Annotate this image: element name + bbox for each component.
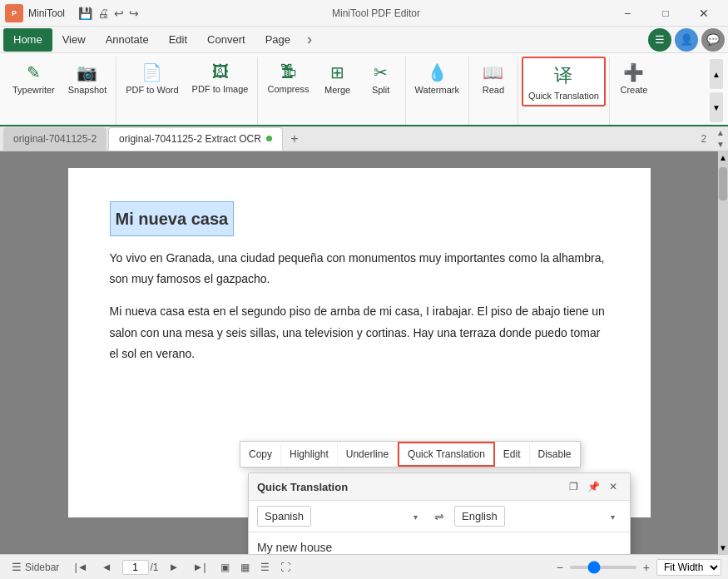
popup-title: Quick Translation bbox=[257, 481, 348, 493]
menu-item-home[interactable]: Home bbox=[3, 28, 52, 52]
read-icon: 📖 bbox=[483, 62, 503, 82]
page-prev-btn[interactable]: ◄ bbox=[98, 559, 116, 575]
typewriter-button[interactable]: ✎ Typewriter bbox=[7, 57, 61, 100]
tab-scroll-down[interactable]: ▼ bbox=[716, 139, 725, 151]
pdf-paragraph-1: Yo vivo en Granada, una ciudad pequeña c… bbox=[110, 248, 609, 290]
pdf-to-image-icon: 🖼 bbox=[212, 62, 229, 82]
quick-translation-icon: 译 bbox=[554, 63, 572, 88]
view-continuous-btn[interactable]: ☰ bbox=[256, 558, 275, 577]
menu-item-convert[interactable]: Convert bbox=[197, 28, 255, 52]
save-icon[interactable]: 💾 bbox=[78, 7, 92, 20]
merge-icon: ⊞ bbox=[330, 62, 344, 82]
zoom-minus-btn[interactable]: − bbox=[557, 561, 563, 574]
view-double-btn[interactable]: ▦ bbox=[236, 558, 255, 577]
ribbon-nav-down[interactable]: ▼ bbox=[710, 92, 723, 122]
watermark-icon: 💧 bbox=[427, 62, 448, 82]
redo-icon[interactable]: ↪ bbox=[129, 7, 139, 20]
app-logo: P bbox=[5, 4, 23, 22]
merge-button[interactable]: ⊞ Merge bbox=[317, 57, 359, 100]
user-icon-btn[interactable]: 👤 bbox=[675, 28, 698, 52]
chat-icon-btn[interactable]: 💬 bbox=[701, 28, 725, 52]
window-title: MiniTool PDF Editor bbox=[144, 7, 608, 19]
read-button[interactable]: 📖 Read bbox=[473, 57, 514, 100]
menu-item-annotate[interactable]: Annotate bbox=[96, 28, 159, 52]
watermark-label: Watermark bbox=[415, 85, 459, 96]
tab-scroll-up[interactable]: ▲ bbox=[716, 127, 725, 139]
add-tab-button[interactable]: + bbox=[285, 129, 305, 149]
app-name: MiniTool bbox=[28, 7, 65, 19]
ctx-edit[interactable]: Edit bbox=[495, 443, 530, 465]
compress-icon: 🗜 bbox=[280, 62, 297, 82]
tab-2[interactable]: original-7041125-2 Extract OCR bbox=[108, 127, 283, 151]
ctx-quick-translation[interactable]: Quick Translation bbox=[398, 442, 495, 467]
view-single-btn[interactable]: ▣ bbox=[216, 558, 235, 577]
split-button[interactable]: ✂ Split bbox=[360, 57, 402, 100]
pdf-to-image-button[interactable]: 🖼 PDF to Image bbox=[186, 57, 255, 99]
menu-more[interactable]: › bbox=[300, 31, 319, 48]
tab-2-dot bbox=[266, 136, 272, 141]
window-minimize[interactable]: − bbox=[608, 0, 646, 27]
sidebar-label: Sidebar bbox=[25, 562, 59, 573]
ctx-highlight[interactable]: Highlight bbox=[281, 443, 338, 465]
page-next-btn[interactable]: ► bbox=[166, 559, 183, 575]
undo-icon[interactable]: ↩ bbox=[114, 7, 124, 20]
window-close[interactable]: ✕ bbox=[685, 0, 723, 27]
account-icon-btn[interactable]: ☰ bbox=[648, 28, 671, 52]
snapshot-icon: 📷 bbox=[77, 62, 97, 82]
menu-item-page[interactable]: Page bbox=[255, 28, 300, 52]
page-back-btn[interactable]: |◄ bbox=[71, 559, 91, 575]
print-icon[interactable]: 🖨 bbox=[97, 7, 109, 20]
tab-2-label: original-7041125-2 Extract OCR bbox=[119, 133, 261, 145]
pdf-to-word-icon: 📄 bbox=[141, 62, 162, 82]
scrollbar-up[interactable]: ▲ bbox=[717, 151, 728, 164]
quick-translation-button[interactable]: 译 Quick Translation bbox=[522, 57, 606, 106]
zoom-plus-btn[interactable]: + bbox=[643, 561, 650, 574]
tab-1[interactable]: original-7041125-2 bbox=[3, 127, 106, 151]
scrollbar-down[interactable]: ▼ bbox=[717, 542, 728, 554]
sidebar-toggle[interactable]: ☰ Sidebar bbox=[7, 559, 64, 575]
scrollbar-thumb[interactable] bbox=[719, 167, 727, 200]
create-button[interactable]: ➕ Create bbox=[613, 57, 655, 100]
popup-restore-button[interactable]: ❐ bbox=[565, 478, 582, 495]
pdf-paragraph-2: Mi nueva casa esta en el segundo piso de… bbox=[110, 301, 609, 364]
read-label: Read bbox=[483, 85, 504, 96]
snapshot-label: Snapshot bbox=[68, 85, 106, 96]
pdf-to-word-label: PDF to Word bbox=[126, 85, 178, 96]
pdf-heading: Mi nueva casa bbox=[110, 201, 235, 236]
page-forward-btn[interactable]: ►| bbox=[189, 559, 209, 575]
ctx-copy[interactable]: Copy bbox=[240, 443, 281, 465]
menu-item-edit[interactable]: Edit bbox=[159, 28, 197, 52]
sidebar-icon: ☰ bbox=[12, 561, 22, 573]
page-total: /1 bbox=[151, 562, 159, 573]
page-current-input[interactable] bbox=[122, 560, 149, 575]
create-icon: ➕ bbox=[623, 62, 644, 82]
lang-swap-icon[interactable]: ⇌ bbox=[431, 510, 448, 523]
ribbon-nav-up[interactable]: ▲ bbox=[710, 59, 723, 89]
typewriter-icon: ✎ bbox=[27, 62, 41, 82]
zoom-slider[interactable] bbox=[570, 566, 636, 569]
page-number-display: 2 bbox=[694, 133, 713, 145]
popup-pin-button[interactable]: 📌 bbox=[585, 478, 602, 495]
popup-close-button[interactable]: ✕ bbox=[605, 478, 622, 495]
ctx-underline[interactable]: Underline bbox=[338, 443, 398, 465]
ctx-disable[interactable]: Disable bbox=[530, 443, 580, 465]
translation-popup: Quick Translation ❐ 📌 ✕ Spanish ⇌ Englis… bbox=[248, 473, 631, 554]
source-language-select[interactable]: Spanish bbox=[257, 506, 311, 527]
compress-button[interactable]: 🗜 Compress bbox=[261, 57, 314, 99]
merge-label: Merge bbox=[324, 85, 350, 96]
menu-item-view[interactable]: View bbox=[52, 28, 96, 52]
context-menu: Copy Highlight Underline Quick Translati… bbox=[240, 441, 581, 468]
view-fullscreen-btn[interactable]: ⛶ bbox=[276, 558, 295, 577]
split-label: Split bbox=[372, 85, 389, 96]
watermark-button[interactable]: 💧 Watermark bbox=[409, 57, 465, 100]
compress-label: Compress bbox=[267, 84, 309, 95]
split-icon: ✂ bbox=[374, 62, 388, 82]
tab-1-label: original-7041125-2 bbox=[13, 133, 97, 145]
snapshot-button[interactable]: 📷 Snapshot bbox=[62, 57, 112, 100]
zoom-select[interactable]: Fit Width Fit Page 50% 75% 100% 125% 150… bbox=[656, 559, 721, 576]
quick-translation-label: Quick Translation bbox=[528, 91, 599, 101]
window-maximize[interactable]: □ bbox=[646, 0, 685, 27]
pdf-to-word-button[interactable]: 📄 PDF to Word bbox=[120, 57, 184, 100]
target-language-select[interactable]: English bbox=[454, 506, 505, 527]
pdf-to-image-label: PDF to Image bbox=[192, 84, 249, 95]
